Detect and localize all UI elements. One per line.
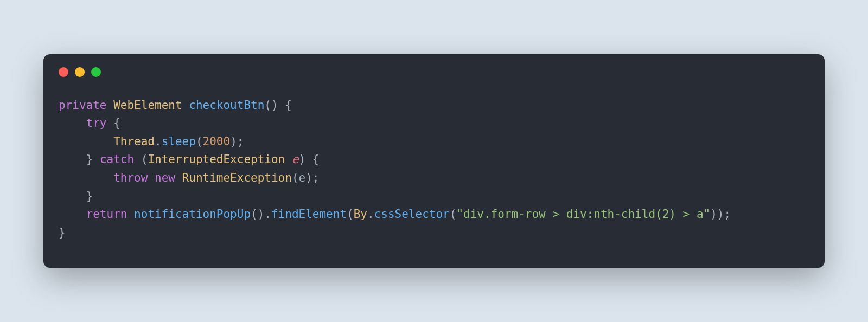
punct: { bbox=[278, 99, 292, 112]
method-checkoutbtn: checkoutBtn bbox=[189, 99, 264, 112]
type-runtimeexception: RuntimeException bbox=[175, 171, 292, 184]
code-block: private WebElement checkoutBtn() { try {… bbox=[59, 96, 809, 242]
punct: ); bbox=[305, 171, 319, 184]
indent bbox=[59, 117, 86, 130]
method-notificationpopup: notificationPopUp bbox=[134, 208, 251, 221]
type-interruptedexception: InterruptedException bbox=[148, 153, 285, 166]
window-titlebar bbox=[59, 67, 809, 77]
method-sleep: sleep bbox=[162, 135, 196, 148]
method-findelement: findElement bbox=[271, 208, 347, 221]
punct: )); bbox=[710, 208, 731, 221]
string-literal: "div.form-row > div:nth-child(2) > a" bbox=[456, 208, 710, 221]
punct: . bbox=[155, 135, 162, 148]
number-literal: 2000 bbox=[203, 135, 231, 148]
punct: ) { bbox=[299, 153, 320, 166]
punct: } bbox=[86, 190, 93, 203]
type-thread: Thread bbox=[113, 135, 155, 148]
space bbox=[285, 153, 292, 166]
indent bbox=[59, 153, 86, 166]
keyword-catch: catch bbox=[100, 153, 134, 166]
indent bbox=[59, 190, 86, 203]
keyword-return: return bbox=[86, 208, 127, 221]
punct: ( bbox=[134, 153, 148, 166]
indent bbox=[59, 208, 86, 221]
punct: () bbox=[264, 99, 278, 112]
punct: . bbox=[367, 208, 374, 221]
punct: } bbox=[86, 153, 100, 166]
punct: ); bbox=[230, 135, 244, 148]
punct: } bbox=[59, 226, 66, 239]
maximize-icon[interactable] bbox=[91, 67, 101, 77]
punct: ( bbox=[196, 135, 203, 148]
close-icon[interactable] bbox=[59, 67, 68, 77]
keyword-throw: throw bbox=[113, 171, 148, 184]
param-e: e bbox=[299, 171, 306, 184]
keyword-private: private bbox=[59, 99, 107, 112]
minimize-icon[interactable] bbox=[75, 67, 85, 77]
indent bbox=[59, 171, 113, 184]
punct: ( bbox=[450, 208, 457, 221]
space bbox=[127, 208, 134, 221]
code-window: private WebElement checkoutBtn() { try {… bbox=[43, 54, 825, 268]
method-cssselector: cssSelector bbox=[374, 208, 450, 221]
param-e: e bbox=[292, 153, 299, 166]
indent bbox=[59, 135, 113, 148]
keyword-new: new bbox=[155, 171, 175, 184]
type-webelement: WebElement bbox=[113, 99, 182, 112]
type-by: By bbox=[354, 208, 367, 221]
punct: { bbox=[107, 117, 120, 130]
space bbox=[148, 171, 155, 184]
punct: (). bbox=[251, 208, 271, 221]
punct: ( bbox=[292, 171, 299, 184]
punct: ( bbox=[347, 208, 354, 221]
keyword-try: try bbox=[86, 117, 107, 130]
